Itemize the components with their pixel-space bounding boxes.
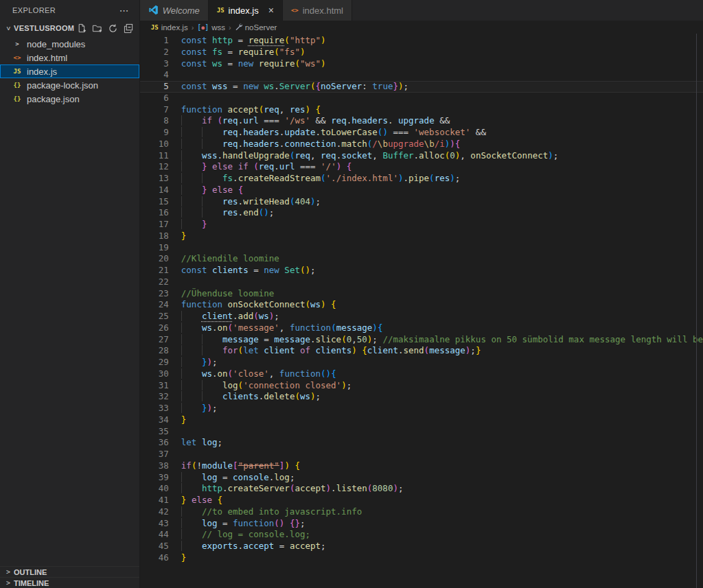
explorer-actions	[76, 23, 134, 34]
code-line-33[interactable]: 33 });	[140, 403, 703, 414]
code-line-17[interactable]: 17 }	[140, 219, 703, 231]
code-line-37[interactable]: 37	[140, 449, 703, 460]
refresh-icon[interactable]	[108, 23, 118, 34]
code-line-34[interactable]: 34}	[140, 414, 703, 426]
code-line-38[interactable]: 38if(!module["parent"]) {	[140, 460, 703, 472]
code-line-40[interactable]: 40 http.createServer(accept).listen(8080…	[140, 483, 703, 495]
code-line-21[interactable]: 21const clients = new Set();	[140, 265, 703, 277]
code-line-4[interactable]: 4	[140, 69, 703, 81]
line-content	[181, 277, 703, 288]
code-line-45[interactable]: 45 exports.accept = accept;	[140, 541, 703, 552]
code-line-5[interactable]: 5const wss = new ws.Server({noServer: tr…	[140, 81, 703, 93]
line-number: 24	[140, 299, 169, 311]
breadcrumb-item-index.js[interactable]: JSindex.js	[151, 23, 188, 32]
line-number: 15	[140, 196, 169, 208]
code-line-3[interactable]: 3const ws = new require("ws")	[140, 58, 703, 70]
code-line-23[interactable]: 23//Ühenduse loomine	[140, 288, 703, 300]
line-number: 38	[140, 460, 169, 472]
sidebar-item-index-js[interactable]: JSindex.js	[0, 64, 139, 78]
sidebar-item-index-html[interactable]: <>index.html	[0, 51, 139, 64]
code-line-42[interactable]: 42 //to embed into javascript.info	[140, 506, 703, 518]
breadcrumb-separator: ›	[191, 23, 195, 32]
explorer-more-icon[interactable]: ⋯	[119, 5, 130, 16]
tab-index-js[interactable]: JSindex.js×	[209, 0, 283, 21]
explorer-header: EXPLORER ⋯	[0, 0, 139, 21]
code-line-46[interactable]: 46}	[140, 552, 703, 564]
code-line-32[interactable]: 32 clients.delete(ws);	[140, 391, 703, 403]
sidebar-item-node-modules[interactable]: >node_modules	[0, 37, 139, 51]
code-line-2[interactable]: 2const fs = require("fs")	[140, 47, 703, 58]
code-line-9[interactable]: 9 req.headers.update.toLowerCase() === '…	[140, 127, 703, 139]
code-line-1[interactable]: 1const http = require("http")	[140, 35, 703, 47]
line-number: 12	[140, 161, 169, 173]
line-number: 31	[140, 380, 169, 392]
outline-panel-header[interactable]: > OUTLINE	[0, 566, 139, 577]
code-line-8[interactable]: 8 if (req.url === '/ws' && req.headers. …	[140, 115, 703, 127]
code-line-30[interactable]: 30 ws.on('close', function(){	[140, 368, 703, 380]
code-line-19[interactable]: 19	[140, 242, 703, 254]
code-line-24[interactable]: 24function onSocketConnect(ws) {	[140, 299, 703, 311]
line-number: 10	[140, 139, 169, 150]
line-number: 30	[140, 368, 169, 380]
code-line-18[interactable]: 18}	[140, 231, 703, 242]
code-line-31[interactable]: 31 log('connection closed');	[140, 380, 703, 392]
code-line-25[interactable]: 25 client.add(ws);	[140, 311, 703, 322]
code-line-10[interactable]: 10 req.headers.connection.match(/\bupgra…	[140, 139, 703, 150]
sidebar-item-package-lock-json[interactable]: {}package-lock.json	[0, 78, 139, 92]
breadcrumb-item-noserver[interactable]: noServer	[235, 23, 277, 32]
tab-welcome[interactable]: Welcome	[140, 0, 209, 21]
code-line-39[interactable]: 39 log = console.log;	[140, 472, 703, 484]
code-line-16[interactable]: 16 res.end();	[140, 207, 703, 219]
code-line-15[interactable]: 15 res.writeHead(404);	[140, 196, 703, 208]
tab-index-html[interactable]: <>index.html	[283, 0, 352, 21]
line-number: 3	[140, 58, 169, 70]
line-content: wss.handleUpgrade(req, req.socket, Buffe…	[181, 150, 703, 162]
line-number: 43	[140, 518, 169, 530]
line-content: //Ühenduse loomine	[181, 288, 703, 300]
code-line-20[interactable]: 20//Kliendile loomine	[140, 253, 703, 265]
code-line-35[interactable]: 35	[140, 426, 703, 438]
code-line-41[interactable]: 41} else {	[140, 495, 703, 506]
timeline-panel-header[interactable]: > TIMELINE	[0, 577, 139, 588]
sidebar-item-package-json[interactable]: {}package.json	[0, 92, 139, 106]
line-number: 21	[140, 265, 169, 277]
new-folder-icon[interactable]	[92, 23, 102, 34]
line-content: });	[181, 403, 703, 414]
vscode-logo-icon	[148, 5, 159, 16]
collapse-all-icon[interactable]	[124, 23, 134, 34]
code-editor[interactable]: 1const http = require("http")2const fs =…	[140, 34, 703, 588]
code-line-44[interactable]: 44 // log = console.log;	[140, 529, 703, 541]
code-line-12[interactable]: 12 } else if (req.url === '/') {	[140, 161, 703, 173]
line-number: 16	[140, 207, 169, 219]
line-number: 45	[140, 541, 169, 552]
line-content	[181, 69, 703, 81]
code-line-28[interactable]: 28 for(let client of clients) {client.se…	[140, 345, 703, 357]
code-line-7[interactable]: 7function accept(req, res) {	[140, 104, 703, 116]
code-line-43[interactable]: 43 log = function() {};	[140, 518, 703, 530]
code-line-6[interactable]: 6	[140, 93, 703, 104]
explorer-sidebar: EXPLORER ⋯ > VESTLUSROOM >node_modules<>…	[0, 0, 140, 588]
code-line-11[interactable]: 11 wss.handleUpgrade(req, req.socket, Bu…	[140, 150, 703, 162]
code-line-13[interactable]: 13 fs.createReadStream('./index.html').p…	[140, 173, 703, 185]
new-file-icon[interactable]	[76, 23, 87, 34]
file-label: package-lock.json	[27, 80, 98, 91]
chevron-down-icon: >	[5, 23, 12, 34]
code-line-29[interactable]: 29 });	[140, 357, 703, 368]
line-content: const clients = new Set();	[181, 265, 703, 277]
line-content	[181, 449, 703, 460]
line-content: http.createServer(accept).listen(8080);	[181, 483, 703, 495]
line-content	[181, 93, 703, 104]
scrollbar[interactable]	[696, 34, 697, 588]
breadcrumb-item-wss[interactable]: [●]wss	[197, 23, 225, 32]
line-content: //Kliendile loomine	[181, 253, 703, 265]
code-line-14[interactable]: 14 } else {	[140, 185, 703, 196]
folder-section-header[interactable]: > VESTLUSROOM	[0, 21, 139, 36]
code-line-22[interactable]: 22	[140, 277, 703, 288]
file-tree: >node_modules<>index.htmlJSindex.js{}pac…	[0, 37, 139, 106]
code-line-27[interactable]: 27 message = message.slice(0,50); //maks…	[140, 334, 703, 346]
line-content: res.writeHead(404);	[181, 196, 703, 208]
code-line-26[interactable]: 26 ws.on('message', function(message){	[140, 322, 703, 334]
line-number: 26	[140, 322, 169, 334]
close-icon[interactable]: ×	[268, 5, 274, 15]
code-line-36[interactable]: 36let log;	[140, 437, 703, 449]
